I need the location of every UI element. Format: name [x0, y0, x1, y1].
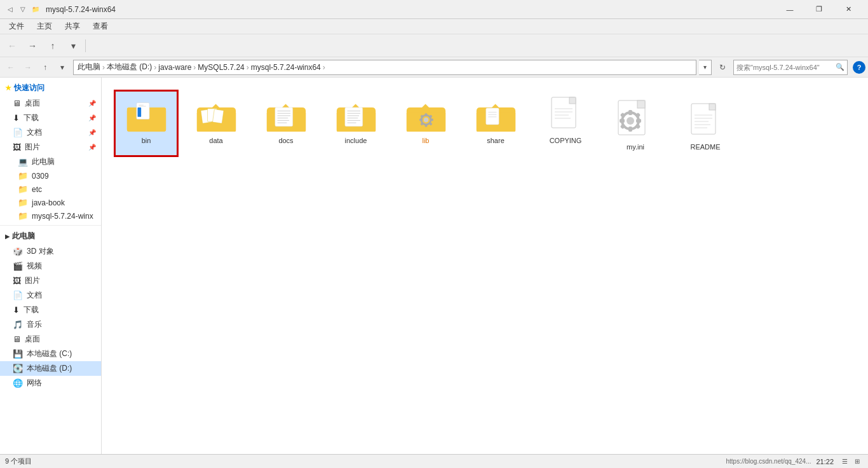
folder-etc-icon: 📁	[18, 184, 28, 194]
svg-rect-48	[637, 100, 645, 108]
status-view-icons: ☰ ⊞	[839, 456, 863, 467]
title-bar-folder-icon: 📁	[31, 4, 41, 15]
data-folder-label: data	[209, 137, 222, 144]
sidebar-item-c-drive[interactable]: 💾本地磁盘 (C:)	[0, 347, 101, 361]
music-icon: 🎵	[13, 320, 23, 329]
path-computer[interactable]: 此电脑	[78, 62, 100, 72]
file-copying[interactable]: COPYING	[534, 90, 597, 156]
sidebar-item-mysql-winx[interactable]: 📁mysql-5.7.24-winx	[0, 209, 101, 223]
path-mysql-winx64[interactable]: mysql-5.7.24-winx64	[251, 63, 321, 72]
maximize-button[interactable]: ❐	[804, 0, 834, 19]
svg-point-27	[423, 117, 428, 121]
documents-pc-icon: 📄	[13, 291, 23, 300]
search-box: 🔍	[733, 60, 848, 75]
sidebar-item-3d[interactable]: 🎲3D 对象	[0, 244, 101, 259]
sidebar-item-pictures-quick[interactable]: 🖼图片 📌	[0, 140, 101, 155]
svg-rect-29	[424, 123, 427, 127]
folder-include[interactable]: include	[324, 90, 388, 156]
path-d-drive[interactable]: 本地磁盘 (D:)	[107, 62, 152, 72]
pictures-pc-icon: 🖼	[13, 276, 21, 286]
toolbar-back-button[interactable]: ←	[3, 37, 22, 55]
sidebar-item-d-drive[interactable]: 💽本地磁盘 (D:)	[0, 361, 101, 376]
svg-rect-53	[620, 119, 625, 123]
desktop-icon: 🖥	[13, 99, 21, 108]
address-path: 此电脑 › 本地磁盘 (D:) › java-ware › MySQL5.7.2…	[73, 60, 696, 75]
downloads-pc-icon: ⬇	[13, 305, 20, 315]
addr-recent-button[interactable]: ▾	[54, 59, 71, 76]
video-icon: 🎬	[13, 261, 23, 271]
file-myini[interactable]: my.ini	[604, 97, 667, 156]
svg-rect-31	[430, 118, 433, 121]
close-button[interactable]: ✕	[834, 0, 863, 19]
sidebar-item-java-book[interactable]: 📁java-book	[0, 196, 101, 209]
menu-share[interactable]: 共享	[58, 20, 86, 33]
addr-up-button[interactable]: ↑	[37, 59, 53, 76]
search-input[interactable]	[736, 64, 833, 71]
address-refresh-button[interactable]: ↻	[714, 60, 731, 75]
folder-javabook-icon: 📁	[18, 198, 28, 207]
path-mysql524[interactable]: MySQL5.7.24	[198, 63, 244, 72]
sidebar-item-thispc-quick[interactable]: 💻此电脑	[0, 155, 101, 169]
expand-icon: ▶	[5, 233, 10, 240]
docs-folder-icon	[264, 96, 308, 134]
minimize-button[interactable]: —	[775, 0, 804, 19]
path-java-ware[interactable]: java-ware	[158, 63, 191, 72]
sidebar: ★ 快速访问 🖥桌面 📌 ⬇下载 📌 📄文档 📌 🖼图片 📌 💻此电脑 📁030…	[0, 78, 102, 454]
toolbar-up-button[interactable]: ↑	[43, 37, 62, 55]
sidebar-item-desktop-quick[interactable]: 🖥桌面 📌	[0, 96, 101, 111]
sidebar-item-documents-quick[interactable]: 📄文档 📌	[0, 125, 101, 140]
pin-icon: 📌	[88, 100, 96, 107]
addr-back-button[interactable]: ←	[3, 59, 19, 76]
help-button[interactable]: ?	[853, 61, 865, 74]
include-folder-icon	[334, 96, 378, 134]
grid-view-button[interactable]: ⊞	[851, 456, 863, 467]
pin-icon3: 📌	[88, 129, 96, 136]
list-view-button[interactable]: ☰	[839, 456, 850, 467]
title-bar-back-icon: ◁	[5, 4, 15, 15]
address-dropdown-button[interactable]: ▾	[699, 60, 712, 75]
sidebar-item-music[interactable]: 🎵音乐	[0, 317, 101, 332]
sidebar-item-downloads-pc[interactable]: ⬇下载	[0, 303, 101, 317]
toolbar: ← → ↑ ▾	[0, 34, 868, 57]
svg-rect-60	[709, 104, 715, 110]
svg-rect-8	[212, 109, 224, 123]
sidebar-item-network[interactable]: 🌐网络	[0, 376, 101, 390]
svg-rect-52	[628, 127, 632, 132]
toolbar-forward-button[interactable]: →	[23, 37, 42, 55]
folder-0309-icon: 📁	[18, 171, 28, 181]
menu-home[interactable]: 主页	[31, 20, 58, 33]
folder-lib[interactable]: lib	[394, 90, 458, 156]
quick-access-header[interactable]: ★ 快速访问	[0, 80, 101, 96]
svg-rect-28	[424, 113, 427, 116]
menu-view[interactable]: 查看	[86, 20, 114, 33]
include-folder-label: include	[345, 137, 367, 144]
folder-docs[interactable]: docs	[254, 90, 318, 156]
folder-data[interactable]: data	[184, 90, 248, 156]
toolbar-recent-button[interactable]: ▾	[64, 37, 83, 55]
content-area: bin data	[102, 78, 868, 454]
this-pc-header[interactable]: ▶ 此电脑	[0, 228, 101, 244]
sidebar-item-documents-pc[interactable]: 📄文档	[0, 288, 101, 303]
3d-icon: 🎲	[13, 247, 23, 256]
window-title: mysql-5.7.24-winx64	[46, 5, 775, 14]
sidebar-item-pictures-pc[interactable]: 🖼图片	[0, 273, 101, 288]
folder-share[interactable]: share	[464, 90, 527, 156]
sidebar-item-video[interactable]: 🎬视频	[0, 259, 101, 273]
sidebar-item-downloads-quick[interactable]: ⬇下载 📌	[0, 111, 101, 125]
menu-file[interactable]: 文件	[3, 20, 31, 33]
sidebar-item-0309[interactable]: 📁0309	[0, 169, 101, 182]
readme-file-label: README	[690, 143, 720, 151]
file-readme[interactable]: README	[674, 97, 737, 156]
sidebar-item-etc[interactable]: 📁etc	[0, 182, 101, 196]
title-bar-forward-icon: ▽	[18, 4, 28, 15]
folder-bin[interactable]: bin	[114, 90, 178, 156]
sidebar-item-desktop-pc[interactable]: 🖥桌面	[0, 332, 101, 347]
search-icon[interactable]: 🔍	[836, 63, 844, 71]
copying-file-icon	[543, 96, 588, 134]
this-pc-label: 此电脑	[12, 231, 35, 242]
title-bar: ◁ ▽ 📁 mysql-5.7.24-winx64 — ❐ ✕	[0, 0, 868, 19]
svg-rect-30	[419, 118, 423, 121]
toolbar-separator	[85, 39, 86, 52]
addr-forward-button[interactable]: →	[20, 59, 36, 76]
star-icon: ★	[5, 84, 11, 92]
